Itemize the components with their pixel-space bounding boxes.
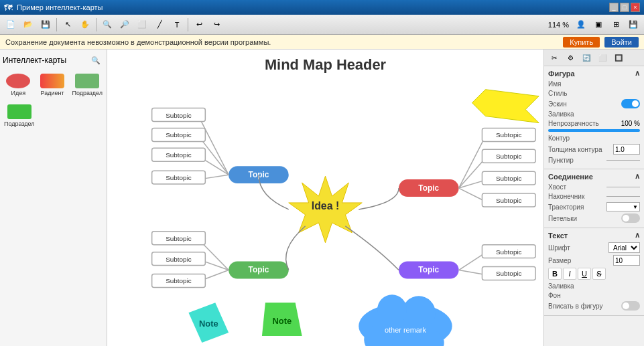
loops-row: Петельки xyxy=(548,213,640,223)
line-brsub2 xyxy=(459,270,486,275)
panel-btn-3[interactable]: 🔄 xyxy=(579,51,594,64)
subtopic-left-3-label: Subtopic xyxy=(166,151,192,159)
line-brsub1 xyxy=(459,253,486,270)
savebar: Сохранение документа невозможно в демонс… xyxy=(0,35,644,50)
fit-toggle[interactable] xyxy=(621,301,640,311)
contour-row: Контур xyxy=(548,135,640,142)
redo-button[interactable]: ↪ xyxy=(208,17,224,33)
view1-button[interactable]: ▣ xyxy=(590,17,606,33)
view2-button[interactable]: ⊞ xyxy=(608,17,624,33)
shape-button[interactable]: ⬜ xyxy=(134,17,150,33)
size-input[interactable] xyxy=(613,255,640,266)
panel-btn-2[interactable]: ⚙ xyxy=(563,51,578,64)
contour-label: Контур xyxy=(548,135,570,142)
sidebar: Интеллект-карты 🔍 Идея Радиент Подраздел… xyxy=(0,50,107,346)
size-row: Размер xyxy=(548,255,640,266)
remark-arrow xyxy=(472,90,539,123)
tip-line xyxy=(606,196,640,197)
zoom-out-button[interactable]: 🔎 xyxy=(117,17,133,33)
right-panel: ✂ ⚙ 🔄 ⬜ 🔲 Фигура ∧ Имя Стиль Эскин Зал xyxy=(543,50,644,346)
text-button[interactable]: T xyxy=(169,17,185,33)
maximize-button[interactable]: □ xyxy=(620,3,629,12)
sidebar-search-button[interactable]: 🔍 xyxy=(88,52,104,68)
font-row: Шрифт Arial xyxy=(548,242,640,253)
dash-row: Пунктир xyxy=(548,157,640,164)
skin-toggle[interactable] xyxy=(621,99,640,108)
connection-section-header[interactable]: Соединение ∧ xyxy=(548,172,640,181)
trajectory-select[interactable]: ▼ xyxy=(606,202,640,211)
underline-button[interactable]: U xyxy=(578,268,591,280)
buy-button[interactable]: Купить xyxy=(563,37,600,48)
titlebar-controls[interactable]: _ □ × xyxy=(609,3,640,12)
figure-collapse-icon: ∧ xyxy=(635,69,640,78)
undo-button[interactable]: ↩ xyxy=(191,17,207,33)
loops-toggle[interactable] xyxy=(621,213,640,223)
shape-item-gradient[interactable]: Радиент xyxy=(37,72,68,98)
connector-idea-purple xyxy=(345,226,399,270)
line-button[interactable]: ╱ xyxy=(151,17,168,33)
text-section: Текст ∧ Шрифт Arial Размер B I U S Залив… xyxy=(544,228,644,316)
font-select[interactable]: Arial xyxy=(608,242,640,253)
trajectory-label: Траектория xyxy=(548,203,584,211)
shape-grid2: Подраздел xyxy=(3,103,104,128)
app-icon: 🗺 xyxy=(4,3,13,13)
fit-label: Вписать в фигуру xyxy=(548,302,602,310)
opacity-progress[interactable] xyxy=(548,129,640,132)
shape-label-gradient: Радиент xyxy=(41,90,64,96)
fill-label: Заливка xyxy=(548,110,574,118)
opacity-row: Непрозрачность 100 % xyxy=(548,120,640,127)
app-title: Пример интеллект-карты xyxy=(17,3,103,11)
tail-line xyxy=(606,187,640,187)
cloud-bubble4 xyxy=(377,294,407,324)
fill2-row: Заливка xyxy=(548,282,640,290)
subtopic-left-2-label: Subtopic xyxy=(166,131,192,139)
main-layout: Интеллект-карты 🔍 Идея Радиент Подраздел… xyxy=(0,50,644,346)
close-button[interactable]: × xyxy=(631,3,640,12)
font-label: Шрифт xyxy=(548,244,570,252)
text-label: Текст xyxy=(548,232,568,240)
new-button[interactable]: 📄 xyxy=(3,17,19,33)
thickness-input[interactable] xyxy=(613,144,640,155)
mind-map-header: Mind Map Header xyxy=(265,56,387,73)
account-button[interactable]: 👤 xyxy=(573,17,589,33)
italic-button[interactable]: I xyxy=(563,268,576,280)
tip-row: Наконечник xyxy=(548,193,640,200)
bold-button[interactable]: B xyxy=(548,268,562,280)
shape-item-idea[interactable]: Идея xyxy=(3,72,34,98)
skin-label: Эскин xyxy=(548,100,567,108)
subtopic-bl-2-label: Subtopic xyxy=(166,256,192,263)
thickness-label: Толщина контура xyxy=(548,146,602,153)
hand-button[interactable]: ✋ xyxy=(77,17,93,33)
subtopic-right-4-label: Subtopic xyxy=(496,197,522,204)
titlebar-left: 🗺 Пример интеллект-карты xyxy=(4,3,103,13)
shape-item-subtopic[interactable]: Подраздел xyxy=(70,72,104,98)
open-button[interactable]: 📂 xyxy=(20,17,36,33)
panel-btn-5[interactable]: 🔲 xyxy=(611,51,626,64)
zoom-in-button[interactable]: 🔍 xyxy=(99,17,115,33)
zoom-level: 114 % xyxy=(545,21,572,29)
shape-item-subtopic2[interactable]: Подраздел xyxy=(3,103,36,128)
subtopic-left-4-label: Subtopic xyxy=(166,174,192,181)
save-button[interactable]: 💾 xyxy=(38,17,54,33)
panel-btn-1[interactable]: ✂ xyxy=(547,51,562,64)
select-button[interactable]: ↖ xyxy=(60,17,76,33)
separator2 xyxy=(96,18,96,31)
line-rsub4 xyxy=(459,188,486,201)
loops-label: Петельки xyxy=(548,215,577,222)
login-button[interactable]: Войти xyxy=(604,37,639,48)
canvas-area[interactable]: Mind Map Header remark Idea ! Topic Subt… xyxy=(107,50,543,346)
strikethrough-button[interactable]: S xyxy=(592,268,606,280)
subtopic-left-1-label: Subtopic xyxy=(166,112,192,119)
bg-row: Фон xyxy=(548,292,640,299)
panel-btn-4[interactable]: ⬜ xyxy=(595,51,610,64)
save2-button[interactable]: 💾 xyxy=(625,17,641,33)
minimize-button[interactable]: _ xyxy=(609,3,619,12)
text-section-header[interactable]: Текст ∧ xyxy=(548,231,640,240)
figure-section-header[interactable]: Фигура ∧ xyxy=(548,69,640,78)
other-remark-label: other remark xyxy=(385,326,427,334)
figure-section: Фигура ∧ Имя Стиль Эскин Заливка Непрозр… xyxy=(544,66,644,169)
sidebar-header: Интеллект-карты 🔍 xyxy=(3,52,104,68)
titlebar: 🗺 Пример интеллект-карты _ □ × xyxy=(0,0,644,15)
savebar-buttons: Купить Войти xyxy=(563,37,639,48)
idea-label: Idea ! xyxy=(312,200,340,211)
